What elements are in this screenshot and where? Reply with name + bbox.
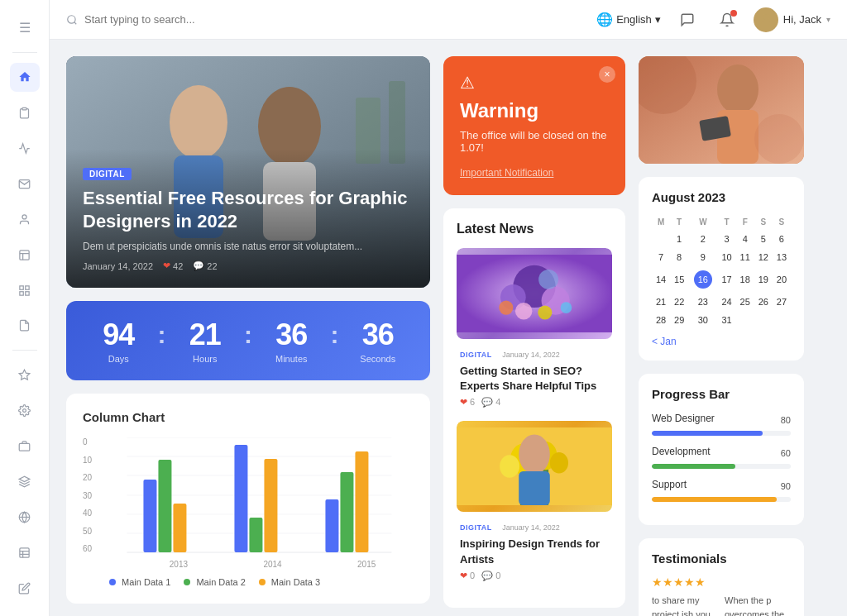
middle-column: × ⚠ Warning The office will be closed on… — [443, 56, 625, 616]
svg-point-17 — [68, 15, 75, 22]
language-selector[interactable]: 🌐 English ▾ — [596, 12, 661, 27]
svg-point-49 — [538, 306, 552, 320]
testimonials-stars: ★★★★★ — [652, 575, 791, 589]
progress-bar-bg-web — [652, 431, 791, 436]
svg-rect-5 — [26, 291, 29, 294]
heart-icon: ❤ — [163, 260, 170, 271]
svg-rect-6 — [20, 291, 23, 294]
svg-rect-61 — [519, 471, 550, 505]
news-item-1[interactable]: DIGITAL January 14, 2022 Getting Started… — [457, 248, 612, 408]
sidebar-item-mail[interactable] — [10, 170, 40, 198]
sidebar-item-globe[interactable] — [10, 503, 40, 532]
cal-week-4: 21 22 23 24 25 26 27 — [652, 293, 791, 311]
svg-rect-35 — [144, 480, 157, 552]
sidebar-item-settings[interactable] — [10, 396, 40, 425]
sidebar-item-table[interactable] — [10, 538, 40, 567]
sidebar-item-clipboard[interactable] — [10, 98, 40, 127]
user-greeting: Hi, Jack — [783, 13, 821, 26]
sidebar-menu-icon[interactable]: ☰ — [10, 13, 40, 42]
sidebar-item-home[interactable] — [10, 63, 40, 92]
calendar-prev-button[interactable]: < Jan — [652, 336, 677, 347]
svg-rect-13 — [20, 548, 29, 557]
calendar-today[interactable]: 16 — [694, 270, 712, 289]
svg-point-60 — [519, 435, 550, 475]
sidebar-item-grid[interactable] — [10, 276, 40, 305]
right-column: August 2023 M T W T F S S — [639, 56, 804, 616]
svg-rect-4 — [26, 285, 29, 289]
warning-link[interactable]: Important Notification — [460, 167, 609, 179]
main-content: DIGITAL Essential Free Resources for Gra… — [50, 40, 821, 616]
svg-rect-9 — [19, 444, 30, 451]
news-item-2[interactable]: DIGITAL January 14, 2022 Inspiring Desig… — [457, 421, 612, 580]
search-input[interactable] — [84, 13, 250, 26]
sidebar-item-building[interactable] — [10, 241, 40, 270]
left-column: DIGITAL Essential Free Resources for Gra… — [66, 56, 430, 616]
hero-overlay: DIGITAL Essential Free Resources for Gra… — [66, 149, 430, 288]
news-image-1 — [457, 248, 612, 339]
sidebar: ☰ — [0, 0, 50, 616]
svg-point-8 — [23, 409, 26, 413]
progress-value-dev: 60 — [781, 448, 791, 458]
cal-week-5: 28 29 30 31 — [652, 311, 791, 329]
svg-rect-37 — [174, 504, 187, 552]
notification-badge — [730, 10, 737, 17]
search-icon — [66, 14, 78, 26]
legend-item-2: Main Data 2 — [184, 577, 245, 587]
chart-title: Column Chart — [83, 410, 414, 424]
svg-rect-43 — [356, 451, 369, 552]
testimonials-card: Testimonials ★★★★★ to share my project i… — [639, 538, 804, 616]
progress-bar-bg-support — [652, 497, 791, 502]
calendar-card: August 2023 M T W T F S S — [639, 177, 804, 361]
right-image-card — [639, 56, 804, 164]
cal-week-2: 7 8 9 10 11 12 13 — [652, 248, 791, 266]
hero-date: January 14, 2022 — [83, 261, 153, 271]
user-chevron-icon: ▾ — [826, 15, 830, 24]
chart-area: 2013 2014 2015 — [105, 437, 414, 569]
sidebar-item-edit[interactable] — [10, 574, 40, 603]
sidebar-item-star[interactable] — [10, 361, 40, 389]
news-comments-1: 💬 4 — [481, 397, 500, 408]
warning-close-button[interactable]: × — [599, 66, 615, 83]
svg-rect-39 — [250, 518, 263, 552]
news-likes-2: ❤ 0 — [460, 571, 475, 581]
svg-point-58 — [500, 456, 519, 478]
notifications-button[interactable] — [714, 7, 740, 33]
comment-icon-2: 💬 — [481, 571, 493, 580]
cal-header-T: T — [670, 214, 688, 230]
news-meta-2: ❤ 0 💬 0 — [460, 571, 609, 581]
calendar-header: August 2023 — [652, 190, 791, 204]
sidebar-divider-2 — [12, 350, 37, 351]
search-area — [66, 13, 586, 26]
sidebar-item-briefcase[interactable] — [10, 432, 40, 461]
countdown-sep-1: : — [155, 321, 170, 349]
user-menu[interactable]: Hi, Jack ▾ — [754, 7, 830, 32]
warning-triangle-icon: ⚠ — [460, 73, 609, 93]
chart-y-axis: 60 50 40 30 20 10 0 — [83, 437, 98, 553]
language-label: English — [616, 13, 652, 26]
hero-description: Dem ut perspiciatis unde omnis iste natu… — [83, 241, 414, 252]
svg-point-19 — [763, 14, 768, 20]
chat-button[interactable] — [674, 7, 701, 33]
heart-icon-2: ❤ — [460, 571, 467, 580]
progress-bar-fill-support — [652, 497, 777, 502]
sidebar-item-chart[interactable] — [10, 134, 40, 163]
svg-point-50 — [561, 302, 572, 313]
svg-point-1 — [22, 215, 26, 219]
sidebar-item-document[interactable] — [10, 311, 40, 340]
avatar — [754, 7, 778, 32]
sidebar-item-user[interactable] — [10, 205, 40, 234]
right-hero-image — [639, 56, 804, 164]
calendar-grid: M T W T F S S 1 2 3 4 — [652, 214, 791, 329]
progress-label-dev: Development — [652, 446, 711, 457]
legend-dot-2 — [184, 579, 190, 585]
legend-item-3: Main Data 3 — [259, 577, 320, 587]
news-likes-1: ❤ 6 — [460, 397, 475, 408]
news-flowers-image — [457, 421, 612, 512]
progress-item-web: Web Designer 80 — [652, 413, 791, 436]
svg-point-64 — [717, 64, 758, 114]
news-item-title-1: Getting Started in SEO? Experts Share He… — [460, 364, 609, 394]
news-balls-image — [457, 248, 612, 339]
svg-rect-41 — [326, 499, 339, 552]
sidebar-item-layers[interactable] — [10, 467, 40, 496]
comment-icon: 💬 — [193, 260, 204, 271]
